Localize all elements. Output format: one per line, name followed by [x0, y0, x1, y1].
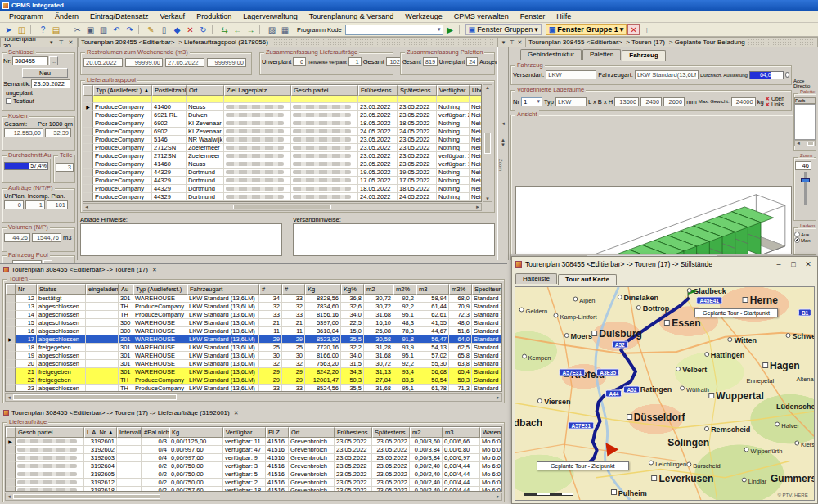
menu-item[interactable]: Werkzeuge [399, 11, 447, 21]
liefer-column-header[interactable]: #Pal nicht [142, 427, 169, 438]
ablade-hinweise-textarea[interactable] [80, 223, 282, 256]
liefer-row[interactable]: 3192605 0/2 0,00/750,00 verfügbar: 5 415… [6, 470, 502, 479]
run-kode-button[interactable]: ▶ [444, 24, 456, 35]
liefer-row[interactable]: 3192612 0/2 0,00/750,00 verfügbar: 2 415… [6, 479, 502, 487]
touren-column-header[interactable]: m2% [393, 284, 416, 295]
touren-row[interactable]: 15 abgeschlossen 300 WAREHOUSE LKW Stand… [6, 319, 502, 327]
pool-filter-row[interactable] [83, 96, 482, 103]
fahrzeugart-input[interactable] [635, 70, 699, 79]
touren-column-header[interactable]: m2 [364, 284, 393, 295]
close-icon[interactable]: ✕ [67, 39, 74, 46]
remove-links-icon[interactable]: ✕ [766, 101, 770, 107]
pool-column-header[interactable]: Verfügbar [437, 85, 470, 96]
pool-row[interactable]: ProduceCompany 6902 KI Zevenaar 18.05.20… [83, 119, 482, 128]
close-icon[interactable]: ✕ [151, 267, 159, 273]
liefer-column-header[interactable]: L.A. Nr ▲ [84, 427, 117, 438]
hoehe-input[interactable] [663, 97, 685, 106]
sep[interactable] [259, 25, 263, 34]
laderaum-nr-select[interactable]: 1▾ [521, 97, 542, 106]
window-titlebar[interactable]: CPMS Integrated [0, 0, 818, 11]
undo-icon[interactable]: ↶ [110, 24, 123, 35]
collapse-left-icon[interactable]: ◄ [498, 121, 508, 126]
pool-row[interactable]: ProduceCompany 5146 NR Waalwijk 23.05.20… [83, 136, 482, 144]
pool-column-header[interactable]: Ort [187, 85, 224, 96]
liefer-row[interactable]: ▶ 3192601 0/3 0,00/1125,00 verfügbar: 11… [6, 438, 502, 446]
zoom-slider[interactable] [804, 172, 807, 205]
route-map[interactable]: AlpenDinslakenGladbeckHerneGeldernKamp-L… [515, 286, 815, 501]
auslastung-radio[interactable] [785, 72, 789, 78]
pool-column-header[interactable]: Ziel Lagerplatz [224, 85, 291, 96]
liefer-column-header[interactable]: PLZ [266, 427, 289, 438]
touren-hscrollbar[interactable]: ◄► [5, 393, 502, 402]
touren-column-header[interactable]: m3 [416, 284, 449, 295]
touren-column-header[interactable]: Nr [16, 284, 37, 295]
touren-column-header[interactable]: Fahrzeugart [187, 284, 259, 295]
pool-row[interactable]: ProduceCompany 6902 KI Zevenaar 24.05.20… [83, 128, 482, 136]
touren-row[interactable]: 14 abgeschlossen TH ProduceCompany LKW S… [6, 311, 502, 319]
touren-column-header[interactable]: m3% [449, 284, 472, 295]
remove-oben-icon[interactable]: ✕ [766, 96, 770, 101]
fenster-gruppen-button[interactable]: ▣ Fenster Gruppen ▾ [465, 24, 542, 35]
dropdown-icon[interactable]: ▾ [47, 39, 55, 46]
pool-row[interactable]: ProduceCompany 44329 Dortmund 24.05.2022… [83, 193, 482, 201]
sep[interactable] [138, 25, 142, 34]
semantik-input[interactable] [31, 79, 70, 88]
sep[interactable] [30, 25, 34, 34]
grid-icon[interactable]: ▦ [279, 24, 291, 35]
touren-column-header[interactable]: Kg% [341, 284, 364, 295]
neu-button[interactable]: Neu [22, 68, 68, 78]
menu-item[interactable]: Eintrag/Datensatz [84, 11, 155, 21]
close-icon[interactable]: ✕ [802, 260, 814, 268]
touren-row[interactable]: 12 bestätigt 301 WAREHOUSE LKW Standard … [6, 295, 502, 303]
print-icon[interactable]: ▨ [266, 24, 278, 35]
back-icon[interactable]: ← [231, 24, 244, 35]
lieferauftraege-tab[interactable]: Tourenplan 308455 <Editierbar> -> Touren… [0, 407, 507, 418]
man-radio[interactable] [794, 237, 800, 243]
programm-kode-input[interactable]: ▾ [345, 25, 443, 35]
beladung-tab[interactable]: Gebindestruktur [520, 49, 582, 60]
stamp-icon[interactable]: ◫ [16, 24, 28, 35]
pool-row[interactable]: ProduceCompany 41460 Neuss 23.05.2022 23… [83, 160, 482, 169]
zoom-value-input[interactable] [795, 161, 811, 170]
liefer-column-header[interactable]: Warenannahme [480, 427, 502, 438]
touren-row[interactable]: ▶ 17 abgeschlossen 301 WAREHOUSE LKW Sta… [6, 335, 502, 344]
map-tab[interactable]: Tour auf Karte [558, 274, 617, 285]
menu-item[interactable]: Programm [3, 11, 49, 21]
liefer-row[interactable]: 3192603 0/4 0,00/997,60 verfügbar: 9 415… [6, 454, 502, 462]
gewicht-input[interactable] [731, 97, 756, 106]
versand-hinweise-textarea[interactable] [293, 223, 495, 256]
right-pane-header[interactable]: Tourenplan 308455 <Editierbar> -> Touren… [525, 37, 818, 47]
pool-column-header[interactable] [83, 85, 93, 96]
edit-icon[interactable]: ✎ [145, 24, 157, 35]
pool-vscrollbar[interactable]: ▲▼ [483, 84, 492, 202]
sep[interactable] [65, 25, 69, 34]
fenster-gruppe-select[interactable]: ▣ Fenster Gruppe 1 ▾ [546, 24, 627, 35]
liefer-column-header[interactable]: Verfügbar [223, 427, 266, 438]
scroll-down-icon[interactable]: ▼ [498, 142, 508, 147]
pool-row[interactable]: ProduceCompany 44329 Dortmund 18.05.2022… [83, 185, 482, 193]
liefer-column-header[interactable]: Spätestens [372, 427, 410, 438]
nr-lookup-button[interactable]: ... [49, 56, 58, 65]
touren-column-header[interactable]: Au [119, 284, 133, 295]
laenge-input[interactable] [614, 97, 639, 106]
cut-icon[interactable]: ✂ [71, 24, 83, 35]
sep[interactable] [212, 25, 216, 34]
forward-icon[interactable]: → [245, 24, 257, 35]
liefer-column-header[interactable] [6, 427, 16, 438]
menu-item[interactable]: Hilfe [551, 11, 577, 21]
copy-icon[interactable]: ▣ [84, 24, 97, 35]
refresh-icon[interactable]: ↻ [197, 24, 209, 35]
touren-row[interactable]: 18 freigegeben 301 WAREHOUSE LKW Standar… [6, 344, 502, 352]
touren-column-header[interactable]: Typ (Auslieferst.) [133, 284, 187, 295]
save-icon[interactable]: ◆ [171, 24, 183, 35]
delete-icon[interactable]: ✕ [184, 24, 196, 35]
menu-item[interactable]: Fenster [515, 11, 551, 21]
liefer-column-header[interactable]: m2 [410, 427, 443, 438]
liefer-column-header[interactable]: Kg [169, 427, 223, 438]
menu-item[interactable]: Ändern [49, 11, 84, 21]
move-up-button[interactable]: ↑ [640, 24, 653, 35]
menu-item[interactable]: Verkauf [155, 11, 191, 21]
pool-row[interactable]: ProduceCompany 44329 Dortmund 20.05.2022… [83, 201, 482, 202]
touren-row[interactable]: 23 abgeschlossen TH ProduceCompany LKW S… [6, 385, 502, 392]
pool-hscrollbar[interactable]: ◄► [83, 203, 482, 211]
